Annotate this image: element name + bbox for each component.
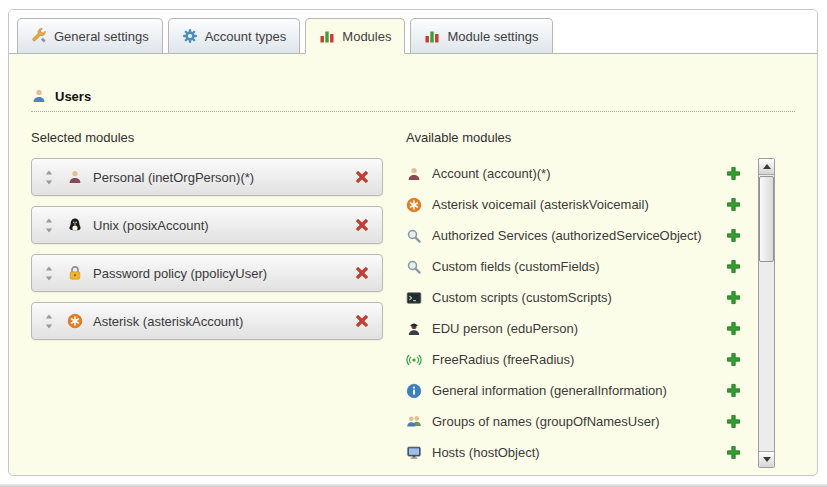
selected-module-unix[interactable]: Unix (posixAccount) — [31, 206, 383, 244]
add-icon[interactable] — [726, 383, 741, 398]
selected-module-label: Unix (posixAccount) — [93, 218, 354, 233]
scroll-down-button[interactable] — [759, 451, 774, 467]
magnifier-icon — [406, 228, 422, 244]
scrollbar-thumb[interactable] — [759, 176, 774, 262]
delete-icon[interactable] — [354, 265, 370, 281]
available-module-label: Groups of names (groupOfNamesUser) — [432, 414, 726, 429]
drag-handle-icon[interactable] — [44, 314, 54, 329]
selected-module-label: Password policy (ppolicyUser) — [93, 266, 354, 281]
section-title: Users — [55, 89, 91, 104]
selected-module-asterisk[interactable]: Asterisk (asteriskAccount) — [31, 302, 383, 340]
tab-modules[interactable]: Modules — [305, 18, 405, 54]
available-module-edu-person: EDU person (eduPerson) — [406, 313, 753, 344]
add-icon[interactable] — [726, 321, 741, 336]
radius-signal-icon — [406, 352, 422, 368]
available-modules-heading: Available modules — [406, 130, 775, 146]
available-module-account: Account (account)(*) — [406, 158, 753, 189]
tab-label: Account types — [205, 29, 287, 44]
lock-icon — [67, 265, 83, 281]
available-module-custom-fields: Custom fields (customFields) — [406, 251, 753, 282]
available-module-label: EDU person (eduPerson) — [432, 321, 726, 336]
available-module-asterisk-voicemail: Asterisk voicemail (asteriskVoicemail) — [406, 189, 753, 220]
group-icon — [406, 414, 422, 430]
available-module-general-information: General information (generalInformation) — [406, 375, 753, 406]
available-module-label: Hosts (hostObject) — [432, 445, 726, 460]
available-module-label: Account (account)(*) — [432, 166, 726, 181]
configuration-window: General settings Account types Modules M… — [8, 9, 818, 476]
available-modules-scrollbar[interactable] — [758, 158, 775, 468]
available-module-custom-scripts: Custom scripts (customScripts) — [406, 282, 753, 313]
available-modules-list: Account (account)(*) Asterisk voicemail … — [406, 158, 753, 468]
module-columns: Selected modules Personal (inetOrgPerson… — [31, 130, 795, 468]
tab-bar: General settings Account types Modules M… — [9, 10, 817, 54]
tab-module-settings[interactable]: Module settings — [410, 18, 552, 53]
magnifier-icon — [406, 259, 422, 275]
user-icon — [31, 88, 47, 104]
terminal-icon — [406, 290, 422, 306]
delete-icon[interactable] — [354, 217, 370, 233]
modules-icon — [319, 28, 335, 44]
edu-person-icon — [406, 321, 422, 337]
users-section-header: Users — [31, 88, 795, 112]
tools-icon — [31, 28, 47, 44]
available-module-label: Custom fields (customFields) — [432, 259, 726, 274]
available-module-label: Custom scripts (customScripts) — [432, 290, 726, 305]
person-icon — [67, 169, 83, 185]
selected-modules-column: Selected modules Personal (inetOrgPerson… — [31, 130, 383, 468]
available-modules-wrap: Account (account)(*) Asterisk voicemail … — [406, 158, 775, 468]
available-module-authorized-services: Authorized Services (authorizedServiceOb… — [406, 220, 753, 251]
add-icon[interactable] — [726, 197, 741, 212]
host-icon — [406, 445, 422, 461]
drag-handle-icon[interactable] — [44, 218, 54, 233]
selected-module-label: Personal (inetOrgPerson)(*) — [93, 170, 354, 185]
asterisk-icon — [406, 197, 422, 213]
available-module-freeradius: FreeRadius (freeRadius) — [406, 344, 753, 375]
tab-label: Modules — [342, 29, 391, 44]
scroll-up-arrow-icon — [763, 164, 771, 169]
available-module-hosts: Hosts (hostObject) — [406, 437, 753, 468]
tab-label: Module settings — [447, 29, 538, 44]
tab-label: General settings — [54, 29, 149, 44]
drag-handle-icon[interactable] — [44, 266, 54, 281]
person-icon — [406, 166, 422, 182]
selected-module-personal[interactable]: Personal (inetOrgPerson)(*) — [31, 158, 383, 196]
available-module-label: Asterisk voicemail (asteriskVoicemail) — [432, 197, 726, 212]
modules-panel: Users Selected modules Personal (inetOrg… — [9, 54, 817, 468]
available-module-groups-of-names: Groups of names (groupOfNamesUser) — [406, 406, 753, 437]
delete-icon[interactable] — [354, 169, 370, 185]
delete-icon[interactable] — [354, 313, 370, 329]
available-module-label: FreeRadius (freeRadius) — [432, 352, 726, 367]
add-icon[interactable] — [726, 352, 741, 367]
available-modules-column: Available modules Account (account)(*) A… — [406, 130, 775, 468]
add-icon[interactable] — [726, 259, 741, 274]
add-icon[interactable] — [726, 290, 741, 305]
tab-general-settings[interactable]: General settings — [17, 18, 163, 53]
available-module-label: General information (generalInformation) — [432, 383, 726, 398]
add-icon[interactable] — [726, 445, 741, 460]
drag-handle-icon[interactable] — [44, 170, 54, 185]
add-icon[interactable] — [726, 228, 741, 243]
module-settings-icon — [424, 28, 440, 44]
add-icon[interactable] — [726, 414, 741, 429]
tab-account-types[interactable]: Account types — [168, 18, 301, 53]
selected-module-label: Asterisk (asteriskAccount) — [93, 314, 354, 329]
asterisk-icon — [67, 313, 83, 329]
available-module-label: Authorized Services (authorizedServiceOb… — [432, 228, 726, 243]
scroll-up-button[interactable] — [759, 159, 774, 175]
tux-icon — [67, 217, 83, 233]
scroll-down-arrow-icon — [763, 457, 771, 462]
add-icon[interactable] — [726, 166, 741, 181]
info-icon — [406, 383, 422, 399]
gear-icon — [182, 28, 198, 44]
selected-modules-heading: Selected modules — [31, 130, 383, 146]
selected-module-password-policy[interactable]: Password policy (ppolicyUser) — [31, 254, 383, 292]
